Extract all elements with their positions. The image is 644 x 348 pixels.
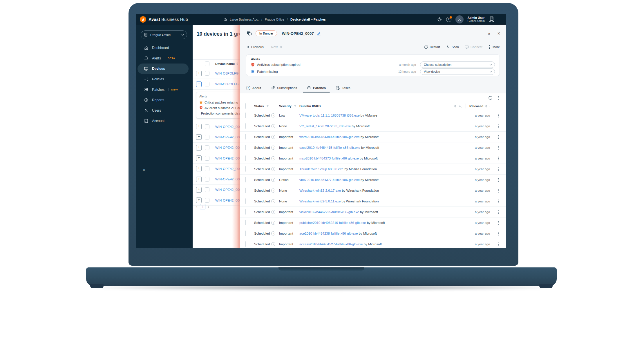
row-menu-icon[interactable] bbox=[498, 244, 499, 245]
select-all-checkbox[interactable] bbox=[245, 103, 246, 109]
tab-tasks[interactable]: Tasks bbox=[336, 86, 350, 90]
patch-row[interactable]: Scheduled ? None Wireshark-win32-3.0.11.… bbox=[240, 196, 506, 207]
status-help-icon[interactable]: ? bbox=[271, 210, 275, 214]
avatar[interactable] bbox=[455, 15, 464, 23]
sidebar-collapse-button[interactable]: « bbox=[143, 167, 145, 173]
bulletin-link[interactable]: mso2010-kb4484373-fullfile-x86-glb.exe bbox=[299, 157, 359, 160]
scan-button[interactable]: Scan bbox=[446, 45, 459, 49]
bulletin-column-header[interactable]: Bulletin ID/KB bbox=[299, 104, 466, 108]
row-menu-icon[interactable] bbox=[498, 158, 499, 159]
row-checkbox[interactable] bbox=[205, 187, 209, 192]
row-menu-icon[interactable] bbox=[498, 137, 499, 137]
refresh-icon[interactable] bbox=[488, 96, 493, 100]
search-icon[interactable] bbox=[459, 104, 462, 108]
row-checkbox[interactable] bbox=[245, 198, 246, 204]
status-help-icon[interactable]: ? bbox=[271, 167, 275, 171]
expand-button[interactable]: + bbox=[196, 155, 202, 161]
row-checkbox[interactable] bbox=[245, 177, 246, 182]
patch-row[interactable]: Scheduled ? None Wireshark-win32-2.6.17.… bbox=[240, 185, 506, 196]
company-switcher-icon[interactable] bbox=[489, 16, 495, 23]
patch-row[interactable]: Scheduled ? Important publisher2010-kb40… bbox=[240, 217, 506, 228]
status-help-icon[interactable]: ? bbox=[271, 178, 275, 182]
row-menu-icon[interactable] bbox=[498, 201, 499, 202]
patch-row[interactable]: Scheduled ? Important ace2010-kb4484238-… bbox=[240, 228, 506, 239]
row-menu-icon[interactable] bbox=[498, 180, 499, 180]
sort-icon[interactable] bbox=[485, 105, 487, 108]
row-checkbox[interactable] bbox=[245, 123, 246, 129]
tab-patches[interactable]: Patches bbox=[307, 86, 326, 90]
row-checkbox[interactable] bbox=[205, 177, 209, 182]
row-checkbox[interactable] bbox=[205, 124, 209, 129]
row-checkbox[interactable] bbox=[205, 145, 209, 150]
org-selector[interactable]: Prague Office bbox=[141, 30, 187, 39]
expand-button[interactable]: + bbox=[196, 177, 202, 182]
next-device-button[interactable]: Next bbox=[271, 45, 283, 49]
released-column-header[interactable]: Released bbox=[466, 104, 490, 108]
patch-row[interactable]: Scheduled ? Important excel2010-kb448441… bbox=[240, 142, 506, 153]
sort-icon[interactable] bbox=[454, 105, 456, 108]
bulletin-link[interactable]: word2010-kb4484380-fullfile-x86-glb.exe bbox=[299, 135, 360, 139]
row-menu-icon[interactable] bbox=[498, 115, 499, 116]
bulletin-link[interactable]: visio2010-kb4462225-fullfile-x86-glb.exe bbox=[299, 210, 359, 214]
bulletin-link[interactable]: access2010-kb4464527-fullfile-x86-glb.ex… bbox=[299, 242, 363, 246]
expand-button[interactable]: + bbox=[196, 187, 202, 193]
more-button[interactable]: More bbox=[488, 45, 500, 49]
patch-row[interactable]: Scheduled ? Important Thunderbird Setup … bbox=[240, 164, 506, 175]
connect-button[interactable]: Connect bbox=[465, 45, 482, 49]
patch-row[interactable]: Scheduled ? Critical vbe72010-kb4484377-… bbox=[240, 175, 506, 185]
home-icon[interactable] bbox=[223, 17, 227, 21]
filter-icon[interactable] bbox=[266, 105, 269, 108]
bulletin-link[interactable]: VC_redist_14.26.28720.3_x86.exe bbox=[299, 124, 351, 128]
status-help-icon[interactable]: ? bbox=[271, 242, 275, 246]
select-all-checkbox[interactable] bbox=[205, 61, 209, 66]
table-menu-icon[interactable] bbox=[498, 97, 499, 98]
edit-icon[interactable] bbox=[317, 31, 321, 35]
status-help-icon[interactable]: ? bbox=[271, 231, 275, 235]
patch-row[interactable]: Scheduled ? None VC_redist_14.26.28720.3… bbox=[240, 121, 506, 132]
row-menu-icon[interactable] bbox=[498, 147, 499, 148]
bulletin-link[interactable]: Wireshark-win32-3.0.11.exe bbox=[299, 200, 341, 203]
bulletin-link[interactable]: ace2010-kb4484238-fullfile-x86-glb.exe bbox=[299, 232, 358, 235]
row-checkbox[interactable] bbox=[245, 220, 246, 225]
status-help-icon[interactable]: ? bbox=[271, 199, 275, 203]
bulletin-link[interactable]: publisher2010-kb4032216-fullfile-x86-glb… bbox=[299, 221, 366, 224]
sidebar-item-devices[interactable]: Devices bbox=[138, 64, 189, 74]
collapse-panel-icon[interactable]: » bbox=[488, 31, 490, 36]
restart-button[interactable]: Restart bbox=[424, 45, 440, 49]
row-checkbox[interactable] bbox=[205, 135, 209, 139]
collapse-button[interactable]: − bbox=[196, 81, 202, 87]
sidebar-item-alerts[interactable]: Alerts BETA bbox=[136, 53, 193, 64]
status-help-icon[interactable]: ? bbox=[271, 188, 275, 193]
row-checkbox[interactable] bbox=[245, 145, 246, 150]
bulletin-link[interactable]: VMware-tools-11.1.1-16303738-i386.exe bbox=[299, 114, 360, 117]
sidebar-item-reports[interactable]: Reports bbox=[136, 95, 193, 105]
row-checkbox[interactable] bbox=[245, 231, 246, 236]
row-checkbox[interactable] bbox=[245, 113, 246, 118]
status-help-icon[interactable]: ? bbox=[271, 146, 275, 150]
filter-icon[interactable] bbox=[489, 105, 490, 108]
breadcrumb-item[interactable]: Large Business Acc. bbox=[230, 18, 259, 21]
sidebar-item-account[interactable]: Account bbox=[136, 116, 193, 126]
status-column-header[interactable]: Status bbox=[254, 104, 279, 108]
tab-about[interactable]: i About bbox=[246, 86, 261, 90]
expand-button[interactable]: + bbox=[196, 166, 202, 171]
row-menu-icon[interactable] bbox=[498, 222, 499, 223]
expand-button[interactable]: + bbox=[196, 197, 202, 203]
row-checkbox[interactable] bbox=[205, 156, 209, 161]
status-help-icon[interactable]: ? bbox=[271, 113, 275, 117]
patch-row[interactable]: Scheduled ? Important word2010-kb4484380… bbox=[240, 132, 506, 142]
status-help-icon[interactable]: ? bbox=[271, 221, 275, 225]
bulletin-link[interactable]: Wireshark-win32-2.6.17.exe bbox=[299, 189, 341, 192]
row-menu-icon[interactable] bbox=[498, 233, 499, 234]
bulletin-link[interactable]: Thunderbird Setup 68.9.0.exe bbox=[299, 167, 343, 171]
status-help-icon[interactable]: ? bbox=[271, 135, 275, 139]
sidebar-item-patches[interactable]: Patches NEW bbox=[136, 84, 193, 95]
previous-device-button[interactable]: Previous bbox=[247, 45, 264, 49]
sidebar-item-dashboard[interactable]: Dashboard bbox=[136, 43, 193, 53]
row-checkbox[interactable] bbox=[245, 134, 246, 139]
next-page-button[interactable]: › bbox=[208, 204, 209, 209]
patch-row[interactable]: Scheduled ? Important mso2010-kb4484373-… bbox=[240, 153, 506, 164]
gear-icon[interactable] bbox=[437, 17, 442, 22]
expand-button[interactable]: + bbox=[196, 145, 202, 151]
row-checkbox[interactable] bbox=[245, 209, 246, 215]
